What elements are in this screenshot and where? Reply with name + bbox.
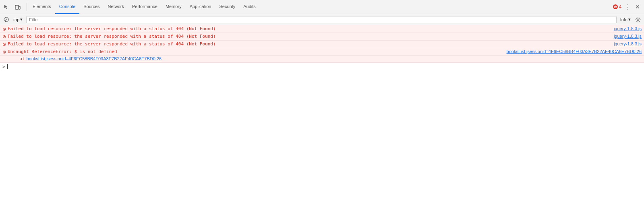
log-entry-3: ⊗ Failed to load resource: the server re… — [0, 41, 644, 48]
toolbar-icons — [2, 2, 23, 12]
log-entry-1: ⊗ Failed to load resource: the server re… — [0, 25, 644, 33]
log-entry-4: ⊗ Uncaught ReferenceError: $ is not defi… — [0, 48, 644, 56]
tab-network[interactable]: Network — [104, 0, 128, 14]
log-entry-2: ⊗ Failed to load resource: the server re… — [0, 33, 644, 41]
error-count: 4 — [619, 4, 621, 9]
svg-rect-1 — [19, 6, 20, 9]
error-icon-2: ⊗ — [2, 34, 6, 39]
tab-security[interactable]: Security — [215, 0, 239, 14]
console-prompt: > — [0, 63, 644, 71]
toolbar-divider — [27, 3, 27, 11]
console-log: ⊗ Failed to load resource: the server re… — [0, 25, 644, 217]
filter-input[interactable] — [26, 16, 616, 23]
tab-sources[interactable]: Sources — [79, 0, 104, 14]
context-selector[interactable]: top ▾ — [11, 16, 25, 23]
error-dot: ⊗ — [613, 4, 618, 9]
clear-console-button[interactable] — [2, 16, 10, 23]
prompt-cursor[interactable] — [7, 64, 8, 69]
svg-rect-0 — [15, 5, 19, 9]
devtools-tabbar: Elements Console Sources Network Perform… — [0, 0, 644, 14]
tab-console[interactable]: Console — [55, 0, 79, 14]
log-message-4: Uncaught ReferenceError: $ is not define… — [8, 49, 503, 54]
log-source-4[interactable]: booksList;jsessionid=4F6EC58BB4F03A3E7B2… — [507, 49, 642, 54]
tab-memory[interactable]: Memory — [162, 0, 186, 14]
cursor-icon-button[interactable] — [2, 2, 11, 12]
tab-performance[interactable]: Performance — [128, 0, 162, 14]
level-selector[interactable]: Info ▾ — [618, 16, 633, 23]
console-toolbar: top ▾ Info ▾ — [0, 14, 644, 25]
main-content: top ▾ Info ▾ ⊗ Failed to load resource: … — [0, 14, 644, 217]
close-devtools-button[interactable]: ✕ — [633, 2, 642, 12]
svg-line-3 — [5, 18, 7, 20]
log-message-3: Failed to load resource: the server resp… — [8, 41, 611, 47]
error-badge: ⊗ 4 — [613, 4, 621, 9]
error-icon-1: ⊗ — [2, 27, 6, 32]
tab-application[interactable]: Application — [186, 0, 215, 14]
log-sub-link-4[interactable]: booksList;jsessionid=4F6EC58BB4F03A3E7B2… — [27, 56, 162, 61]
log-source-1[interactable]: jquery-1.8.3.js — [614, 26, 642, 31]
dock-icon-button[interactable] — [13, 2, 23, 12]
context-label: top — [13, 17, 19, 22]
log-message-2: Failed to load resource: the server resp… — [8, 34, 611, 39]
svg-point-4 — [637, 18, 639, 20]
prompt-chevron-icon: > — [2, 64, 5, 69]
log-source-2[interactable]: jquery-1.8.3.js — [614, 34, 642, 39]
log-entry-4-sub: at booksList;jsessionid=4F6EC58BB4F03A3E… — [0, 56, 644, 63]
tab-audits[interactable]: Audits — [239, 0, 260, 14]
more-options-button[interactable]: ⋮ — [623, 2, 633, 12]
log-sub-text-4: at — [9, 56, 25, 61]
log-source-3[interactable]: jquery-1.8.3.js — [614, 41, 642, 46]
level-chevron-icon: ▾ — [628, 17, 631, 22]
error-icon-4: ⊗ — [2, 49, 6, 55]
error-icon-3: ⊗ — [2, 42, 6, 47]
context-chevron-icon: ▾ — [20, 17, 23, 22]
log-message-1: Failed to load resource: the server resp… — [8, 26, 611, 31]
level-label: Info — [620, 17, 627, 22]
console-settings-button[interactable] — [634, 16, 642, 23]
tab-elements[interactable]: Elements — [29, 0, 55, 14]
